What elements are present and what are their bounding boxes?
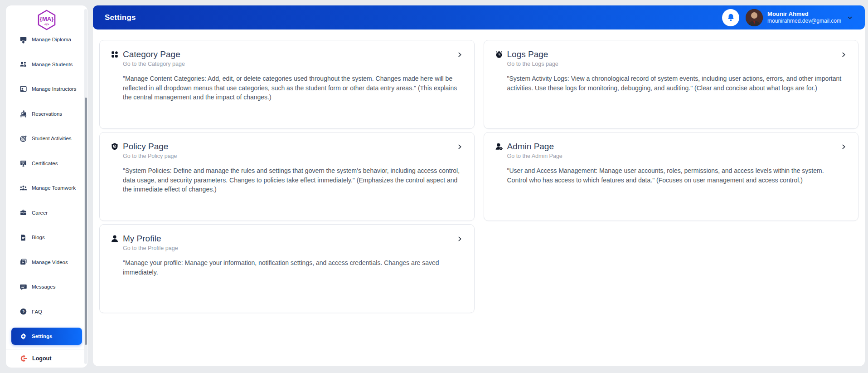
person-icon	[111, 235, 119, 243]
question-icon: ?	[19, 308, 27, 315]
sidebar-item-label: Manage Teamwork	[32, 185, 76, 191]
page-title: Settings	[105, 13, 136, 22]
card-header: Admin Page	[495, 142, 848, 152]
sidebar-item-label: Blogs	[32, 235, 45, 240]
gear-icon	[19, 333, 27, 340]
chevron-right-icon[interactable]	[840, 51, 847, 58]
svg-text:</>: </>	[44, 23, 49, 26]
teamwork-icon	[19, 184, 27, 192]
card-subtitle: Go to the Category page	[123, 61, 463, 67]
sidebar-item-blogs[interactable]: Blogs	[6, 225, 87, 250]
bell-icon	[727, 13, 735, 22]
sidebar-item-messages[interactable]: Messages	[6, 275, 87, 299]
card-header: Logs Page	[495, 49, 848, 59]
avatar	[746, 9, 763, 26]
sidebar-item-label: FAQ	[32, 309, 42, 314]
user-menu[interactable]: Mounir Ahmed mounirahmed.dev@gmail.com	[746, 9, 853, 26]
card-category-page[interactable]: Category Page Go to the Category page "M…	[99, 40, 475, 129]
card-header: Category Page	[111, 49, 463, 59]
card-my-profile[interactable]: My Profile Go to the Profile page "Manag…	[99, 224, 475, 313]
sidebar-item-manage-students[interactable]: Manage Students	[6, 52, 87, 77]
card-title: Policy Page	[123, 142, 168, 152]
card-header: My Profile	[111, 234, 463, 244]
card-title: Logs Page	[507, 49, 548, 59]
card-description: "User and Access Management: Manage user…	[507, 166, 846, 185]
header-actions: Mounir Ahmed mounirahmed.dev@gmail.com	[722, 9, 853, 26]
sidebar-item-manage-diploma[interactable]: Manage Diploma	[6, 27, 87, 52]
card-subtitle: Go to the Logs page	[507, 61, 848, 67]
chevron-right-icon[interactable]	[840, 143, 847, 150]
card-policy-page[interactable]: Policy Page Go to the Policy page "Syste…	[99, 132, 475, 221]
logout-icon	[19, 354, 28, 363]
settings-active-button[interactable]: Settings	[11, 328, 82, 345]
card-subtitle: Go to the Policy page	[123, 153, 463, 159]
sidebar-item-faq[interactable]: ? FAQ	[6, 299, 87, 324]
sidebar-item-label: Reservations	[32, 111, 62, 117]
card-description: "Manage Content Categories: Add, edit, o…	[123, 74, 461, 102]
app-logo: {MA} </>	[6, 5, 87, 27]
sidebar-item-career[interactable]: Career	[6, 201, 87, 226]
sidebar-scrollbar-thumb[interactable]	[85, 98, 87, 345]
settings-cards-grid: Category Page Go to the Category page "M…	[93, 29, 865, 313]
chevron-right-icon[interactable]	[456, 51, 463, 58]
reservations-icon	[19, 110, 27, 118]
sidebar-item-label: Certificates	[32, 161, 58, 166]
user-email: mounirahmed.dev@gmail.com	[767, 18, 841, 25]
sidebar-item-label: Manage Diploma	[32, 37, 71, 42]
svg-text:{MA}: {MA}	[40, 15, 53, 22]
sidebar-item-certificates[interactable]: Certificates	[6, 151, 87, 176]
top-header: Settings Mounir Ahmed mounirahmed.dev@gm…	[93, 5, 865, 29]
user-name: Mounir Ahmed	[767, 10, 841, 18]
sidebar-item-label: Manage Instructors	[32, 86, 76, 92]
svg-text:?: ?	[22, 309, 25, 314]
sidebar-item-label: Manage Students	[32, 62, 73, 67]
card-title: Admin Page	[507, 142, 554, 152]
sidebar-item-settings[interactable]: Settings	[6, 324, 87, 349]
sidebar-item-label: Manage Videos	[32, 260, 68, 265]
admin-icon	[495, 142, 503, 151]
diploma-icon	[19, 36, 27, 44]
certificate-icon	[19, 159, 27, 167]
category-icon	[111, 50, 119, 59]
sidebar-item-label: Messages	[32, 284, 55, 290]
video-icon	[19, 258, 27, 266]
sidebar-item-student-activities[interactable]: Student Activities	[6, 126, 87, 151]
chevron-right-icon[interactable]	[456, 236, 463, 242]
target-icon	[19, 135, 27, 142]
sidebar-menu: Manage Diploma Manage Students Manage In…	[6, 27, 87, 349]
sidebar-item-manage-instructors[interactable]: Manage Instructors	[6, 77, 87, 102]
notifications-button[interactable]	[722, 9, 739, 26]
sidebar-item-label: Settings	[32, 334, 52, 339]
card-logs-page[interactable]: Logs Page Go to the Logs page "System Ac…	[484, 40, 859, 129]
card-title: Category Page	[123, 49, 180, 59]
card-admin-page[interactable]: Admin Page Go to the Admin Page "User an…	[484, 132, 859, 221]
blog-icon	[19, 234, 27, 241]
card-header: Policy Page	[111, 142, 463, 152]
briefcase-icon	[19, 209, 27, 216]
shield-icon	[111, 142, 119, 151]
logout-label: Logout	[32, 355, 51, 362]
sidebar: {MA} </> Manage Diploma Manage Students …	[6, 5, 87, 368]
chevron-down-icon	[847, 15, 853, 21]
sidebar-item-reservations[interactable]: Reservations	[6, 102, 87, 127]
sidebar-item-manage-videos[interactable]: Manage Videos	[6, 250, 87, 275]
logout-button[interactable]: Logout	[6, 349, 87, 368]
clock-icon	[495, 50, 503, 59]
students-icon	[19, 60, 27, 68]
card-subtitle: Go to the Admin Page	[507, 153, 848, 159]
instructor-icon	[19, 85, 27, 93]
message-icon	[19, 283, 27, 291]
sidebar-item-label: Student Activities	[32, 136, 72, 141]
sidebar-item-manage-teamwork[interactable]: Manage Teamwork	[6, 176, 87, 201]
card-description: "System Activity Logs: View a chronologi…	[507, 74, 846, 93]
card-description: "System Policies: Define and manage the …	[123, 166, 461, 194]
card-title: My Profile	[123, 234, 161, 244]
user-info: Mounir Ahmed mounirahmed.dev@gmail.com	[767, 10, 841, 25]
card-subtitle: Go to the Profile page	[123, 245, 463, 251]
chevron-right-icon[interactable]	[456, 143, 463, 150]
main-panel: Settings Mounir Ahmed mounirahmed.dev@gm…	[93, 5, 865, 366]
card-description: "Manage your profile: Manage your inform…	[123, 258, 461, 277]
sidebar-item-label: Career	[32, 210, 48, 216]
